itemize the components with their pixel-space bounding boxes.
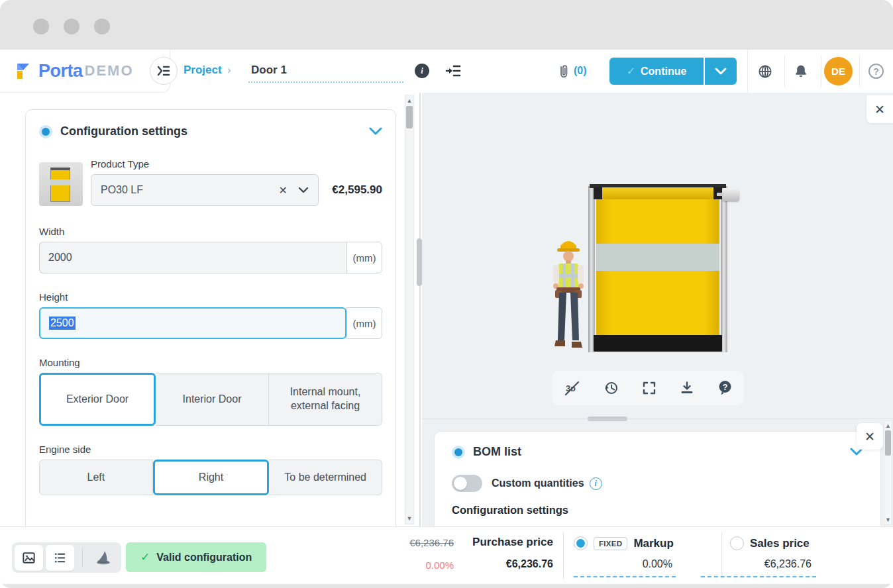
- fullscreen-icon[interactable]: [641, 380, 657, 396]
- horizontal-splitter-handle[interactable]: [588, 416, 627, 421]
- notifications-bell-icon[interactable]: [793, 64, 809, 79]
- height-input[interactable]: 2500: [39, 307, 346, 339]
- list-view-button[interactable]: [46, 545, 74, 571]
- divider: [563, 532, 564, 579]
- mounting-option-internal[interactable]: Internal mount, external facing: [269, 373, 382, 426]
- skip-to-summary-icon[interactable]: [445, 64, 461, 78]
- window-control-2[interactable]: [64, 19, 79, 34]
- fixed-badge[interactable]: FIXED: [594, 537, 627, 550]
- clear-icon[interactable]: ✕: [279, 184, 288, 197]
- height-label: Height: [39, 291, 382, 303]
- footer-view-switcher: [12, 542, 121, 573]
- chevron-down-icon[interactable]: [298, 187, 309, 194]
- bom-subsection-title: Configuration settings: [452, 504, 863, 516]
- attachment-count[interactable]: (0): [574, 65, 587, 77]
- continue-button[interactable]: ✓ Continue: [609, 58, 704, 85]
- bom-scrollbar[interactable]: ▲ ▼: [884, 420, 892, 525]
- engine-option-right[interactable]: Right: [153, 460, 270, 495]
- mounting-option-exterior[interactable]: Exterior Door: [39, 373, 156, 426]
- divider: [82, 548, 83, 567]
- bom-close-button[interactable]: ✕: [857, 423, 883, 450]
- wizard-button[interactable]: [88, 545, 119, 571]
- panel-splitter[interactable]: [419, 93, 421, 526]
- wizard-hat-icon: [95, 550, 112, 565]
- logo[interactable]: Porta DEMO: [0, 50, 170, 93]
- mounting-option-interior[interactable]: Interior Door: [156, 373, 269, 426]
- brand-name: Porta: [38, 61, 83, 81]
- language-globe-icon[interactable]: [757, 64, 773, 79]
- sales-underline: [701, 576, 816, 577]
- bom-header[interactable]: BOM list: [452, 445, 863, 459]
- bom-panel: BOM list Custom quantities i Configurati…: [422, 418, 893, 526]
- height-unit: (mm): [346, 307, 382, 339]
- validation-status-badge: ✓ Valid configuration: [126, 542, 266, 572]
- product-type-row: Product Type PO30 LF ✕ €2,595.90: [39, 158, 382, 206]
- section-status-bullet: [452, 446, 465, 459]
- sales-price-label: Sales price: [750, 537, 810, 550]
- check-icon: ✓: [627, 65, 635, 77]
- mounting-label: Mounting: [39, 357, 382, 368]
- worker-figure: [547, 236, 590, 354]
- document-name-input[interactable]: Door 1: [248, 59, 403, 83]
- selected-text: 2500: [49, 317, 76, 330]
- product-thumbnail: [39, 162, 83, 206]
- width-input[interactable]: 2000: [39, 242, 346, 273]
- sales-radio[interactable]: [730, 536, 744, 550]
- product-type-label: Product Type: [91, 158, 319, 170]
- avatar[interactable]: DE: [824, 57, 853, 85]
- svg-text:3ᴅ: 3ᴅ: [566, 383, 576, 393]
- breadcrumb-project[interactable]: Project: [184, 64, 222, 77]
- bom-list-card: BOM list Custom quantities i Configurati…: [434, 431, 881, 533]
- window-control-3[interactable]: [94, 19, 110, 34]
- 3d-disabled-icon[interactable]: 3ᴅ: [563, 379, 580, 397]
- attachment-paperclip-icon[interactable]: [556, 64, 571, 79]
- check-icon: ✓: [140, 550, 150, 564]
- markup-radio[interactable]: [574, 536, 588, 550]
- history-icon[interactable]: [602, 379, 619, 397]
- image-view-button[interactable]: [15, 545, 43, 571]
- collapse-chevron-icon[interactable]: [369, 127, 382, 136]
- markup-label: Markup: [633, 537, 673, 550]
- section-title: Configuration settings: [60, 124, 369, 138]
- left-panel-scrollbar[interactable]: ▲ ▼: [405, 95, 414, 524]
- scroll-up-icon: ▲: [405, 96, 413, 105]
- sidebar-toggle-button[interactable]: [150, 57, 178, 85]
- app-surface: Porta DEMO Project › Door 1 i: [0, 50, 893, 584]
- splitter-handle[interactable]: [417, 238, 422, 286]
- width-unit: (mm): [346, 242, 382, 273]
- markup-underline: [574, 576, 676, 577]
- width-field-group: Width 2000 (mm): [39, 226, 382, 273]
- scroll-down-icon: ▼: [405, 514, 413, 523]
- header: Porta DEMO Project › Door 1 i: [0, 50, 893, 93]
- download-icon[interactable]: [679, 380, 695, 396]
- divider: [784, 55, 785, 87]
- list-icon: [52, 550, 68, 565]
- divider: [821, 55, 821, 87]
- window-control-1[interactable]: [33, 19, 49, 34]
- markup-value[interactable]: 0.00%: [583, 558, 672, 570]
- sales-price-value[interactable]: €6,236.76: [719, 558, 812, 570]
- info-icon[interactable]: i: [590, 477, 602, 490]
- divider: [721, 532, 722, 579]
- viewer-help-icon[interactable]: ?: [717, 379, 733, 397]
- product-type-select[interactable]: PO30 LF ✕: [91, 174, 319, 206]
- continue-dropdown-button[interactable]: [705, 58, 737, 85]
- app-window: Porta DEMO Project › Door 1 i: [0, 0, 893, 588]
- info-icon[interactable]: i: [415, 64, 429, 78]
- configuration-panel: Configuration settings Product Type PO30…: [0, 93, 416, 526]
- section-header[interactable]: Configuration settings: [39, 124, 382, 138]
- engine-option-tbd[interactable]: To be determined: [269, 460, 382, 495]
- chevron-down-icon: [715, 68, 727, 75]
- scrollbar-thumb[interactable]: [885, 430, 891, 456]
- scroll-down-icon: ▼: [884, 515, 892, 524]
- engine-option-left[interactable]: Left: [39, 460, 153, 495]
- custom-quantities-toggle[interactable]: [452, 475, 482, 492]
- custom-quantities-label: Custom quantities: [492, 477, 584, 489]
- brand-suffix: DEMO: [85, 62, 134, 79]
- custom-quantities-row: Custom quantities i: [452, 475, 863, 492]
- scrollbar-thumb[interactable]: [406, 106, 413, 128]
- svg-text:?: ?: [722, 383, 727, 392]
- help-icon[interactable]: ?: [868, 64, 884, 79]
- viewer-close-button[interactable]: ✕: [867, 95, 893, 123]
- sales-option-row: Sales price: [730, 536, 810, 550]
